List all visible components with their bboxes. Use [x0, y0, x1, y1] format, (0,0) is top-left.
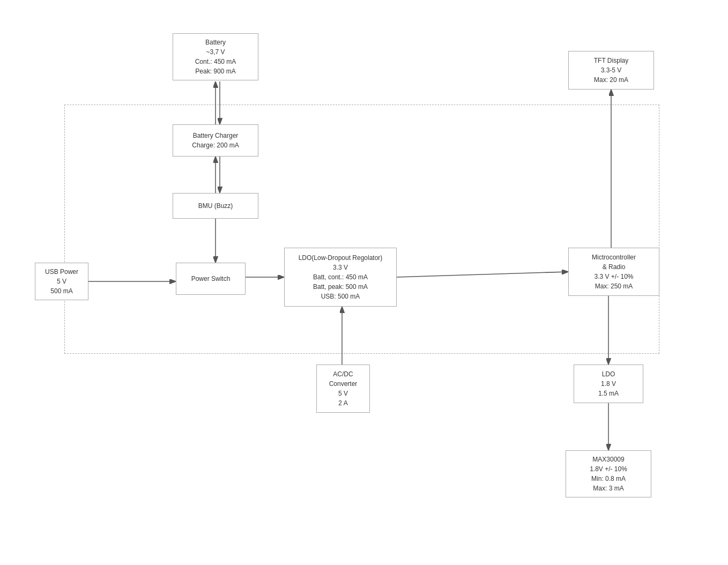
usb-line1: USB Power: [45, 267, 78, 277]
tft-display-block: TFT Display 3.3-5 V Max: 20 mA: [568, 51, 654, 90]
power-switch-line1: Power Switch: [191, 274, 231, 284]
micro-line1: Mictrocontroller: [592, 252, 636, 262]
battery-charger-line2: Charge: 200 mA: [192, 140, 239, 150]
battery-line4: Peak: 900 mA: [195, 66, 236, 76]
micro-line3: 3.3 V +/- 10%: [592, 272, 636, 281]
microcontroller-block: Mictrocontroller & Radio 3.3 V +/- 10% M…: [568, 248, 659, 296]
ldo-small-line2: 1.8 V: [598, 379, 619, 389]
max30009-block: MAX30009 1.8V +/- 10% Min: 0.8 mA Max: 3…: [566, 450, 651, 497]
ldo-small-block: LDO 1.8 V 1.5 mA: [574, 365, 643, 403]
usb-line3: 500 mA: [45, 286, 78, 296]
ldo-main-line1: LDO(Low-Dropout Regolator): [299, 253, 383, 263]
battery-charger-block: Battery Charger Charge: 200 mA: [173, 124, 258, 157]
micro-line4: Max: 250 mA: [592, 281, 636, 291]
battery-block: Battery ~3,7 V Cont.: 450 mA Peak: 900 m…: [173, 33, 258, 80]
tft-line1: TFT Display: [594, 56, 628, 65]
acdc-line4: 2 A: [329, 398, 358, 408]
ac-dc-block: AC/DC Converter 5 V 2 A: [316, 365, 370, 413]
ldo-small-line1: LDO: [598, 369, 619, 379]
acdc-line1: AC/DC: [329, 369, 358, 379]
ldo-main-line2: 3.3 V: [299, 263, 383, 272]
max-line4: Max: 3 mA: [590, 484, 627, 493]
max-line2: 1.8V +/- 10%: [590, 464, 627, 474]
acdc-line2: Converter: [329, 379, 358, 389]
battery-line3: Cont.: 450 mA: [195, 57, 236, 66]
battery-charger-line1: Battery Charger: [192, 131, 239, 140]
battery-line1: Battery: [195, 38, 236, 47]
battery-line2: ~3,7 V: [195, 47, 236, 57]
ldo-main-block: LDO(Low-Dropout Regolator) 3.3 V Batt, c…: [284, 248, 397, 307]
ldo-main-line4: Batt, peak: 500 mA: [299, 282, 383, 292]
max-line3: Min: 0.8 mA: [590, 474, 627, 484]
micro-line2: & Radio: [592, 262, 636, 272]
usb-power-block: USB Power 5 V 500 mA: [35, 263, 88, 300]
max-line1: MAX30009: [590, 455, 627, 464]
bmu-line1: BMU (Buzz): [198, 201, 233, 211]
tft-line2: 3.3-5 V: [594, 65, 628, 75]
ldo-main-line3: Batt, cont.: 450 mA: [299, 272, 383, 282]
diagram-container: Battery ~3,7 V Cont.: 450 mA Peak: 900 m…: [0, 0, 728, 565]
ldo-main-line5: USB: 500 mA: [299, 292, 383, 301]
pcb-boundary: [64, 105, 659, 354]
usb-line2: 5 V: [45, 277, 78, 286]
tft-line3: Max: 20 mA: [594, 75, 628, 85]
bmu-block: BMU (Buzz): [173, 193, 258, 219]
acdc-line3: 5 V: [329, 389, 358, 398]
power-switch-block: Power Switch: [176, 263, 246, 295]
ldo-small-line3: 1.5 mA: [598, 389, 619, 398]
